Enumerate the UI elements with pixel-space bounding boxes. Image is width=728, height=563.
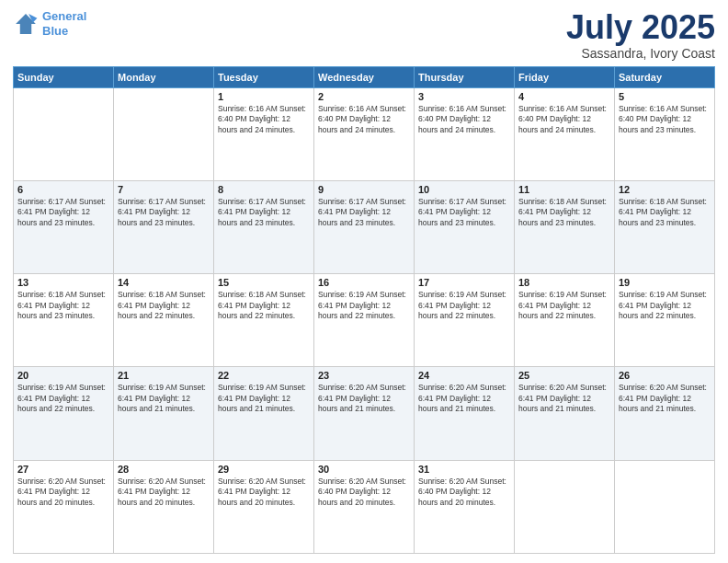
- logo-text: General Blue: [42, 9, 86, 38]
- day-number: 18: [518, 277, 610, 288]
- day-number: 1: [218, 91, 310, 102]
- cell-text: Sunrise: 6:19 AM Sunset: 6:41 PM Dayligh…: [619, 290, 711, 321]
- col-thursday: Thursday: [415, 66, 515, 87]
- table-row: 21Sunrise: 6:19 AM Sunset: 6:41 PM Dayli…: [114, 367, 214, 460]
- day-number: 16: [318, 277, 410, 288]
- cell-text: Sunrise: 6:19 AM Sunset: 6:41 PM Dayligh…: [118, 383, 210, 414]
- calendar-week-row: 6Sunrise: 6:17 AM Sunset: 6:41 PM Daylig…: [14, 180, 715, 273]
- table-row: 15Sunrise: 6:18 AM Sunset: 6:41 PM Dayli…: [214, 274, 314, 367]
- col-saturday: Saturday: [615, 66, 715, 87]
- day-number: 17: [418, 277, 510, 288]
- table-row: 22Sunrise: 6:19 AM Sunset: 6:41 PM Dayli…: [214, 367, 314, 460]
- cell-text: Sunrise: 6:18 AM Sunset: 6:41 PM Dayligh…: [17, 290, 109, 321]
- day-number: 28: [118, 464, 210, 475]
- table-row: 2Sunrise: 6:16 AM Sunset: 6:40 PM Daylig…: [314, 87, 415, 180]
- day-number: 13: [17, 277, 109, 288]
- day-number: 10: [418, 184, 510, 195]
- cell-text: Sunrise: 6:19 AM Sunset: 6:41 PM Dayligh…: [518, 290, 610, 321]
- day-number: 21: [118, 370, 210, 381]
- table-row: 26Sunrise: 6:20 AM Sunset: 6:41 PM Dayli…: [615, 367, 715, 460]
- cell-text: Sunrise: 6:17 AM Sunset: 6:41 PM Dayligh…: [118, 197, 210, 228]
- logo-blue: Blue: [42, 24, 68, 38]
- cell-text: Sunrise: 6:19 AM Sunset: 6:41 PM Dayligh…: [418, 290, 510, 321]
- table-row: 16Sunrise: 6:19 AM Sunset: 6:41 PM Dayli…: [314, 274, 415, 367]
- calendar-week-row: 20Sunrise: 6:19 AM Sunset: 6:41 PM Dayli…: [14, 367, 715, 460]
- day-number: 3: [418, 91, 510, 102]
- col-monday: Monday: [114, 66, 214, 87]
- table-row: [615, 460, 715, 553]
- col-friday: Friday: [515, 66, 615, 87]
- table-row: 11Sunrise: 6:18 AM Sunset: 6:41 PM Dayli…: [515, 180, 615, 273]
- calendar-week-row: 1Sunrise: 6:16 AM Sunset: 6:40 PM Daylig…: [14, 87, 715, 180]
- day-number: 8: [218, 184, 310, 195]
- col-tuesday: Tuesday: [214, 66, 314, 87]
- day-number: 31: [418, 464, 510, 475]
- calendar-table: Sunday Monday Tuesday Wednesday Thursday…: [13, 66, 715, 554]
- day-number: 4: [518, 91, 610, 102]
- table-row: 5Sunrise: 6:16 AM Sunset: 6:40 PM Daylig…: [615, 87, 715, 180]
- table-row: [515, 460, 615, 553]
- cell-text: Sunrise: 6:17 AM Sunset: 6:41 PM Dayligh…: [218, 197, 310, 228]
- day-number: 14: [118, 277, 210, 288]
- table-row: 19Sunrise: 6:19 AM Sunset: 6:41 PM Dayli…: [615, 274, 715, 367]
- day-number: 23: [318, 370, 410, 381]
- day-number: 22: [218, 370, 310, 381]
- day-number: 27: [17, 464, 109, 475]
- cell-text: Sunrise: 6:20 AM Sunset: 6:41 PM Dayligh…: [218, 477, 310, 508]
- day-number: 19: [619, 277, 711, 288]
- cell-text: Sunrise: 6:17 AM Sunset: 6:41 PM Dayligh…: [418, 197, 510, 228]
- cell-text: Sunrise: 6:16 AM Sunset: 6:40 PM Dayligh…: [619, 104, 711, 135]
- day-number: 24: [418, 370, 510, 381]
- table-row: 9Sunrise: 6:17 AM Sunset: 6:41 PM Daylig…: [314, 180, 415, 273]
- col-sunday: Sunday: [14, 66, 114, 87]
- day-number: 5: [619, 91, 711, 102]
- cell-text: Sunrise: 6:20 AM Sunset: 6:41 PM Dayligh…: [418, 383, 510, 414]
- day-number: 7: [118, 184, 210, 195]
- day-number: 11: [518, 184, 610, 195]
- cell-text: Sunrise: 6:18 AM Sunset: 6:41 PM Dayligh…: [619, 197, 711, 228]
- cell-text: Sunrise: 6:19 AM Sunset: 6:41 PM Dayligh…: [218, 383, 310, 414]
- table-row: 14Sunrise: 6:18 AM Sunset: 6:41 PM Dayli…: [114, 274, 214, 367]
- cell-text: Sunrise: 6:20 AM Sunset: 6:40 PM Dayligh…: [418, 477, 510, 508]
- day-number: 15: [218, 277, 310, 288]
- table-row: 24Sunrise: 6:20 AM Sunset: 6:41 PM Dayli…: [415, 367, 515, 460]
- day-number: 2: [318, 91, 410, 102]
- col-wednesday: Wednesday: [314, 66, 415, 87]
- location: Sassandra, Ivory Coast: [566, 46, 715, 61]
- page: General Blue July 2025 Sassandra, Ivory …: [0, 0, 728, 563]
- table-row: [114, 87, 214, 180]
- day-number: 30: [318, 464, 410, 475]
- table-row: 31Sunrise: 6:20 AM Sunset: 6:40 PM Dayli…: [415, 460, 515, 553]
- table-row: 25Sunrise: 6:20 AM Sunset: 6:41 PM Dayli…: [515, 367, 615, 460]
- cell-text: Sunrise: 6:18 AM Sunset: 6:41 PM Dayligh…: [118, 290, 210, 321]
- day-number: 25: [518, 370, 610, 381]
- cell-text: Sunrise: 6:16 AM Sunset: 6:40 PM Dayligh…: [318, 104, 410, 135]
- day-number: 6: [17, 184, 109, 195]
- cell-text: Sunrise: 6:16 AM Sunset: 6:40 PM Dayligh…: [418, 104, 510, 135]
- table-row: 12Sunrise: 6:18 AM Sunset: 6:41 PM Dayli…: [615, 180, 715, 273]
- table-row: 3Sunrise: 6:16 AM Sunset: 6:40 PM Daylig…: [415, 87, 515, 180]
- table-row: 17Sunrise: 6:19 AM Sunset: 6:41 PM Dayli…: [415, 274, 515, 367]
- table-row: 27Sunrise: 6:20 AM Sunset: 6:41 PM Dayli…: [14, 460, 114, 553]
- table-row: [14, 87, 114, 180]
- table-row: 30Sunrise: 6:20 AM Sunset: 6:40 PM Dayli…: [314, 460, 415, 553]
- calendar-week-row: 27Sunrise: 6:20 AM Sunset: 6:41 PM Dayli…: [14, 460, 715, 553]
- cell-text: Sunrise: 6:17 AM Sunset: 6:41 PM Dayligh…: [318, 197, 410, 228]
- table-row: 4Sunrise: 6:16 AM Sunset: 6:40 PM Daylig…: [515, 87, 615, 180]
- day-number: 12: [619, 184, 711, 195]
- logo-general: General: [42, 9, 86, 23]
- cell-text: Sunrise: 6:20 AM Sunset: 6:41 PM Dayligh…: [118, 477, 210, 508]
- day-number: 29: [218, 464, 310, 475]
- day-number: 20: [17, 370, 109, 381]
- table-row: 10Sunrise: 6:17 AM Sunset: 6:41 PM Dayli…: [415, 180, 515, 273]
- title-block: July 2025 Sassandra, Ivory Coast: [566, 9, 715, 61]
- calendar-week-row: 13Sunrise: 6:18 AM Sunset: 6:41 PM Dayli…: [14, 274, 715, 367]
- cell-text: Sunrise: 6:20 AM Sunset: 6:41 PM Dayligh…: [518, 383, 610, 414]
- day-number: 9: [318, 184, 410, 195]
- table-row: 29Sunrise: 6:20 AM Sunset: 6:41 PM Dayli…: [214, 460, 314, 553]
- day-number: 26: [619, 370, 711, 381]
- logo: General Blue: [13, 9, 86, 38]
- month-title: July 2025: [566, 9, 715, 46]
- table-row: 28Sunrise: 6:20 AM Sunset: 6:41 PM Dayli…: [114, 460, 214, 553]
- cell-text: Sunrise: 6:18 AM Sunset: 6:41 PM Dayligh…: [218, 290, 310, 321]
